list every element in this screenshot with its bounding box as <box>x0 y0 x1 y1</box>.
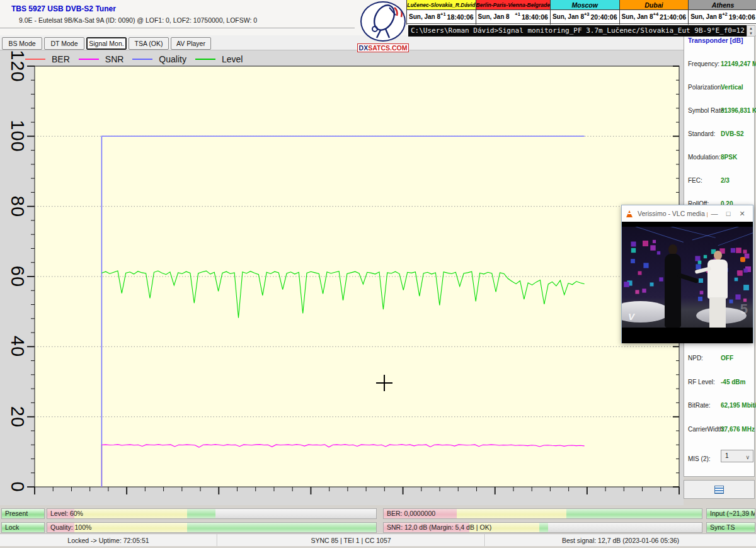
scroll-down-icon[interactable]: ▼ <box>749 31 753 36</box>
sidebar-row-standard: Standard:DVB-S2 <box>688 130 753 139</box>
stream-list-icon[interactable] <box>714 486 724 494</box>
tab-av-player[interactable]: AV Player <box>171 37 211 50</box>
dxsatcs-logo: DXSATCS.COM <box>354 1 412 52</box>
clock-time-cell: Sun, Jan 8+421:40:06 <box>620 10 689 24</box>
clock-city-label: Berlin-Paris-Vienna-Belgrade <box>476 0 550 10</box>
clock-time: 18:40:06 <box>447 13 474 21</box>
tab-bs-mode[interactable]: BS Mode <box>2 37 42 50</box>
mis-row: MIS (2): 1 ∨ <box>688 452 753 464</box>
y-axis-label-0: 0 <box>7 481 28 492</box>
y-axis-label-40: 40 <box>7 336 28 357</box>
mouse-crosshair <box>376 375 392 391</box>
clock-1: Berlin-Paris-Vienna-BelgradeSun, Jan 8+1… <box>476 0 550 25</box>
verissimo-watermark: V <box>628 311 634 322</box>
sync-ts-indicator: Sync TS <box>706 522 755 533</box>
bar-zone-green <box>187 523 376 532</box>
app-title: TBS 5927 USB DVB-S2 Tuner <box>11 4 116 13</box>
clock-0: Lučenec-Slovakia_R.DávidSun, Jan 8+118:4… <box>406 0 476 25</box>
clock-time-cell: Sun, Jan 8+320:40:06 <box>551 10 619 24</box>
minimize-button[interactable]: — <box>707 210 721 217</box>
tab-dt-mode[interactable]: DT Mode <box>44 37 84 50</box>
y-axis-label-120: 120 <box>7 50 28 82</box>
sidebar-label: Standard: <box>688 130 715 137</box>
sidebar-row-npd: NPD:OFF <box>688 355 753 363</box>
snr-bar: SNR: 12,0 dB (Margin: 5,4 dB | OK) <box>383 522 702 533</box>
clock-date: Sun, Jan 8 <box>409 13 440 20</box>
lock-indicator: Lock <box>1 522 45 533</box>
tab-signal-mon-[interactable]: Signal Mon. <box>86 37 127 50</box>
clock-time: 18:40:06 <box>522 13 548 21</box>
sidebar-row-bitrate: BitRate:62,195 Mbit/s <box>688 402 753 411</box>
clock-date: Sun, Jan 8 <box>553 13 584 20</box>
signal-chart <box>0 50 684 505</box>
sidebar-footer <box>684 480 755 499</box>
sidebar-row-frequency: Frequency:12149,247 MHz <box>688 60 753 69</box>
status-sync-counters: SYNC 85 | TEI 1 | CC 1057 <box>217 534 485 546</box>
status-bar: Locked -> Uptime: 72:05:51 SYNC 85 | TEI… <box>0 534 756 546</box>
bar-zone-green <box>187 509 215 518</box>
chevron-down-icon: ∨ <box>745 452 750 463</box>
sidebar-value: 2/3 <box>721 177 730 184</box>
studio-wall-logo <box>740 257 745 262</box>
clock-time: 21:40:06 <box>660 13 686 21</box>
y-axis-label-100: 100 <box>7 120 28 152</box>
sidebar-value: -45 dBm <box>721 379 745 385</box>
bar-zone-yellow <box>457 509 566 518</box>
clock-2: MoscowSun, Jan 8+320:40:06 <box>550 0 619 25</box>
signal-chart-panel: BERSNRQualityLevel 120100806040200 <box>0 50 684 505</box>
sidebar-label: NPD: <box>688 355 703 362</box>
y-axis-label-80: 80 <box>7 196 28 217</box>
close-button[interactable]: ✕ <box>735 210 749 218</box>
clock-date: Sun, Jan 8 <box>478 13 510 20</box>
console-scrollbar[interactable]: ▲ ▼ <box>747 25 755 37</box>
bar-zone-yellow <box>74 509 187 518</box>
clock-utc-offset: +2 <box>722 11 728 17</box>
satellite-dish-icon <box>360 1 406 42</box>
clock-utc-offset: +4 <box>653 11 659 17</box>
sidebar-label: Frequency: <box>688 60 719 67</box>
sidebar-label: BitRate: <box>688 402 711 409</box>
status-uptime: Locked -> Uptime: 72:05:51 <box>0 534 217 546</box>
tab-tsa-ok-[interactable]: TSA (OK) <box>129 37 169 50</box>
clock-utc-offset: +1 <box>440 11 446 17</box>
sidebar-value: 37,676 MHz <box>721 426 755 433</box>
sidebar-value: OFF <box>721 355 733 362</box>
clock-time: 19:40:06 <box>729 13 755 21</box>
clock-utc-offset: +3 <box>584 11 590 17</box>
sidebar-label: CarrierWidth: <box>688 426 725 433</box>
quality-bar: Quality: 100% <box>47 522 377 533</box>
clock-utc-offset: +1 <box>515 11 520 17</box>
level-bar: Level: 60% <box>47 508 377 519</box>
sidebar-value: 12149,247 MHz <box>721 60 756 67</box>
clock-city-label: Lučenec-Slovakia_R.Dávid <box>407 0 476 10</box>
ber-bar: BER: 0,0000000 <box>383 508 702 519</box>
sidebar-row-polarization: Polarization:Vertical <box>688 84 753 93</box>
mis-dropdown[interactable]: 1 ∨ <box>721 450 753 462</box>
sidebar-row-modulation: Modulation:8PSK <box>688 154 753 163</box>
mis-label: MIS (2): <box>688 455 711 462</box>
clock-city-label: Moscow <box>551 0 619 10</box>
vlc-window: Verissimo - VLC media player — □ ✕ V 5 <box>621 205 753 343</box>
sidebar-label: Modulation: <box>688 154 721 161</box>
sidebar-label: Polarization: <box>688 84 723 91</box>
clock-4: AthensSun, Jan 8+219:40:06 <box>688 0 756 25</box>
clock-date: Sun, Jan 8 <box>690 13 722 20</box>
host-silhouette-left <box>658 244 687 328</box>
vlc-cone-icon <box>626 210 634 218</box>
vlc-video-area[interactable]: V 5 <box>622 222 753 343</box>
sidebar-value: DVB-S2 <box>721 130 744 137</box>
status-best-signal: Best signal: 12,7 dB (2023-01-06 05:36) <box>485 534 756 546</box>
mode-tab-bar: BS ModeDT ModeSignal Mon.TSA (OK)AV Play… <box>0 35 684 50</box>
clock-city-label: Athens <box>689 0 756 10</box>
maximize-button[interactable]: □ <box>721 210 735 217</box>
clock-date: Sun, Jan 8 <box>622 13 653 20</box>
clock-time-cell: Sun, Jan 8+118:40:06 <box>476 10 550 24</box>
y-axis-label-60: 60 <box>7 266 28 287</box>
scroll-up-icon[interactable]: ▲ <box>749 26 753 31</box>
clock-time: 20:40:06 <box>591 13 617 21</box>
clock-city-label: Dubai <box>620 0 689 10</box>
console-line[interactable]: C:\Users\Roman Dávid>Signal monitoring_P… <box>408 25 747 37</box>
clock-time-cell: Sun, Jan 8+219:40:06 <box>689 10 756 24</box>
vlc-titlebar[interactable]: Verissimo - VLC media player — □ ✕ <box>622 205 753 222</box>
channel5-watermark: 5 <box>740 301 748 317</box>
